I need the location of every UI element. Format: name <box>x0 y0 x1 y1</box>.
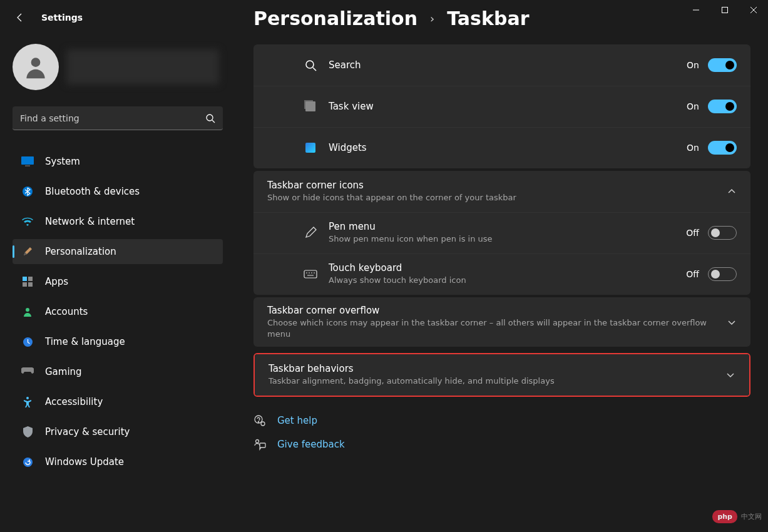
help-icon <box>253 414 266 427</box>
row-pen-menu[interactable]: Pen menu Show pen menu icon when pen is … <box>253 212 750 253</box>
search-icon <box>304 58 317 72</box>
nav-time-language[interactable]: Time & language <box>13 329 223 354</box>
row-widgets[interactable]: Widgets On <box>253 127 750 168</box>
header: Settings <box>14 11 83 24</box>
row-title: Widgets <box>329 142 687 153</box>
paintbrush-icon <box>21 245 34 258</box>
nav-label: Network & internet <box>45 216 135 227</box>
chevron-down-icon <box>725 370 735 380</box>
svg-rect-12 <box>23 282 27 287</box>
row-sub: Show pen menu icon when pen is in use <box>329 233 686 245</box>
nav-list: System Bluetooth & devices Network & int… <box>13 146 223 477</box>
nav-bluetooth[interactable]: Bluetooth & devices <box>13 179 223 204</box>
nav-label: Apps <box>45 276 68 287</box>
clock-globe-icon <box>21 335 34 348</box>
app-title: Settings <box>41 13 83 23</box>
nav-label: Time & language <box>45 336 125 347</box>
row-task-view[interactable]: Task view On <box>253 86 750 127</box>
watermark: php 中文网 <box>712 510 762 523</box>
svg-point-4 <box>31 58 41 67</box>
maximize-button[interactable] <box>710 0 739 20</box>
svg-point-27 <box>258 421 259 422</box>
watermark-badge: php <box>712 510 737 523</box>
task-view-icon <box>304 100 317 113</box>
nav-personalization[interactable]: Personalization <box>13 239 223 264</box>
profile-block[interactable] <box>13 44 223 90</box>
nav-label: Accessibility <box>45 396 103 407</box>
nav-label: Accounts <box>45 306 88 317</box>
nav-windows-update[interactable]: Windows Update <box>13 449 223 474</box>
row-title: Touch keyboard <box>329 262 686 274</box>
breadcrumb-current: Taskbar <box>447 8 529 29</box>
svg-point-28 <box>261 422 265 426</box>
chevron-up-icon <box>727 187 737 197</box>
toggle-state: Off <box>686 269 699 279</box>
svg-rect-11 <box>28 277 33 281</box>
nav-label: Windows Update <box>45 456 124 468</box>
corner-overflow-group: Taskbar corner overflow Choose which ico… <box>253 297 750 347</box>
section-sub: Choose which icons may appear in the tas… <box>267 317 717 339</box>
get-help-link[interactable]: Get help <box>253 414 750 427</box>
nav-system[interactable]: System <box>13 149 223 174</box>
nav-accessibility[interactable]: Accessibility <box>13 389 223 414</box>
search-input[interactable] <box>13 106 223 130</box>
keyboard-icon <box>304 267 317 281</box>
corner-overflow-header[interactable]: Taskbar corner overflow Choose which ico… <box>253 297 750 347</box>
footer-links: Get help Give feedback <box>253 414 750 463</box>
minimize-button[interactable] <box>682 0 710 20</box>
svg-rect-8 <box>25 165 30 166</box>
apps-icon <box>21 275 34 288</box>
link-label: Give feedback <box>277 439 345 450</box>
svg-rect-10 <box>23 277 27 281</box>
taskbar-behaviors-group: Taskbar behaviors Taskbar alignment, bad… <box>255 354 749 396</box>
row-title: Task view <box>329 101 687 112</box>
back-button[interactable] <box>14 11 26 24</box>
highlight-box: Taskbar behaviors Taskbar alignment, bad… <box>253 353 750 397</box>
feedback-icon <box>253 438 266 451</box>
svg-line-6 <box>212 120 215 123</box>
search-icon <box>205 113 215 123</box>
person-icon <box>21 305 34 318</box>
toggle-widgets[interactable] <box>708 141 737 155</box>
widgets-icon <box>304 141 317 155</box>
row-title: Search <box>329 59 687 71</box>
svg-point-29 <box>256 440 259 443</box>
breadcrumb-parent[interactable]: Personalization <box>253 8 417 29</box>
nav-accounts[interactable]: Accounts <box>13 299 223 324</box>
section-title: Taskbar corner icons <box>267 180 717 191</box>
update-icon <box>21 456 34 468</box>
section-sub: Show or hide icons that appear on the co… <box>267 192 717 203</box>
row-touch-keyboard[interactable]: Touch keyboard Always show touch keyboar… <box>253 253 750 295</box>
row-title: Pen menu <box>329 221 686 232</box>
nav-network[interactable]: Network & internet <box>13 209 223 234</box>
corner-icons-header[interactable]: Taskbar corner icons Show or hide icons … <box>253 171 750 212</box>
accessibility-icon <box>21 396 34 408</box>
nav-label: Privacy & security <box>45 426 130 437</box>
give-feedback-link[interactable]: Give feedback <box>253 438 750 451</box>
section-sub: Taskbar alignment, badging, automaticall… <box>269 376 715 387</box>
row-search[interactable]: Search On <box>253 44 750 86</box>
nav-apps[interactable]: Apps <box>13 269 223 294</box>
toggle-task-view[interactable] <box>708 100 737 113</box>
toggle-touch-keyboard[interactable] <box>708 267 737 281</box>
toggle-search[interactable] <box>708 58 737 72</box>
nav-gaming[interactable]: Gaming <box>13 359 223 384</box>
svg-line-19 <box>313 68 316 71</box>
section-title: Taskbar behaviors <box>269 363 715 374</box>
taskbar-behaviors-header[interactable]: Taskbar behaviors Taskbar alignment, bad… <box>255 354 749 396</box>
nav-privacy[interactable]: Privacy & security <box>13 419 223 444</box>
row-sub: Always show touch keyboard icon <box>329 275 686 286</box>
toggle-state: On <box>687 101 699 111</box>
svg-point-18 <box>306 61 314 68</box>
nav-label: System <box>45 156 80 167</box>
svg-point-16 <box>26 397 29 399</box>
svg-point-17 <box>23 458 33 467</box>
search-box[interactable] <box>13 106 223 130</box>
svg-rect-7 <box>21 156 34 165</box>
main-content: Personalization › Taskbar Search On Task… <box>253 8 750 532</box>
toggle-pen-menu[interactable] <box>708 226 737 240</box>
toggle-state: On <box>687 60 699 70</box>
close-button[interactable] <box>739 0 768 20</box>
breadcrumb: Personalization › Taskbar <box>253 8 750 29</box>
link-label: Get help <box>277 415 317 426</box>
